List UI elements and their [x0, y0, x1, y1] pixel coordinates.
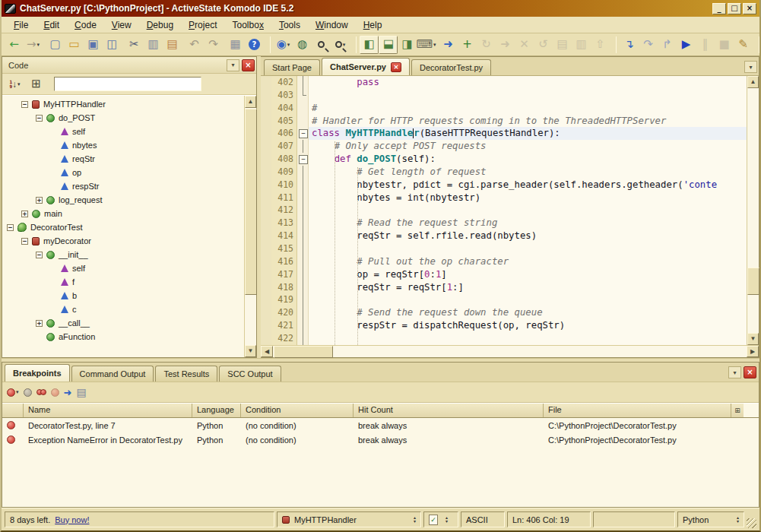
open-file-button[interactable]: ▭ [65, 36, 84, 54]
toggle-right-pane-button[interactable]: ◨ [398, 36, 417, 54]
column-header-hit-count[interactable]: Hit Count [354, 404, 544, 417]
expand-icon[interactable]: + [36, 320, 43, 327]
panel-close-button[interactable]: × [242, 59, 255, 71]
editor-line-406[interactable]: 406class MyHTTPHandler(BaseHTTPRequestHa… [261, 127, 747, 140]
editor-line-411[interactable]: 411 nbytes = int(nbytestr) [261, 192, 747, 204]
breakpoint-margin[interactable] [261, 293, 271, 306]
breakpoint-margin[interactable] [261, 281, 271, 294]
cut-button[interactable]: ✂ [125, 36, 144, 54]
breakpoint-margin[interactable] [261, 140, 271, 153]
print-button[interactable]: ▦ [226, 36, 245, 54]
fold-collapse-icon[interactable] [297, 127, 309, 140]
breakpoint-margin[interactable] [261, 217, 271, 230]
resize-grip[interactable] [747, 518, 756, 528]
tab-close-icon[interactable]: × [391, 62, 401, 72]
tab-command-output[interactable]: Command Output [71, 366, 154, 382]
fold-collapse-icon[interactable] [297, 153, 309, 166]
editor-line-418[interactable]: 418 reqStr = reqStr[1:] [261, 281, 747, 294]
save-all-button[interactable]: ◫ [103, 36, 122, 54]
column-header-language[interactable]: Language [192, 404, 241, 417]
spinner-icon[interactable]: ▴▾ [737, 516, 739, 524]
menu-edit[interactable]: Edit [36, 18, 67, 32]
scroll-up-icon[interactable]: ▲ [747, 76, 759, 88]
breakpoint-margin[interactable] [261, 204, 271, 217]
tree-item-respstr[interactable]: respStr [2, 179, 244, 193]
delete-all-breakpoints-button[interactable] [36, 389, 46, 395]
editor-line-416[interactable]: 416 # Pull out the op character [261, 255, 747, 268]
column-header-condition[interactable]: Condition [241, 404, 354, 417]
breakpoint-margin[interactable] [261, 127, 271, 140]
breakpoint-margin[interactable] [261, 192, 271, 204]
menu-project[interactable]: Project [181, 18, 224, 32]
sort-order-button[interactable]: 19↓ ▾ [5, 75, 24, 93]
go-to-source-button[interactable]: ➜ [64, 387, 72, 398]
step-out-button[interactable]: ↱ [658, 36, 677, 54]
scroll-left-icon[interactable]: ◀ [261, 346, 273, 357]
key-bindings-button[interactable]: ⌨▾ [417, 36, 436, 54]
encoding-indicator[interactable]: ASCII [461, 511, 505, 527]
buy-now-link[interactable]: Buy now! [55, 515, 89, 524]
web-browser-button[interactable]: ◉▾ [274, 36, 293, 54]
editor-line-409[interactable]: 409 # Get length of request [261, 166, 747, 179]
breakpoint-margin[interactable] [261, 89, 271, 102]
column-header-icon[interactable] [2, 404, 24, 417]
panel-menu-button[interactable]: ▾ [728, 366, 741, 378]
breakpoint-margin[interactable] [261, 179, 271, 192]
expand-icon[interactable]: + [21, 211, 28, 217]
spinner-icon[interactable]: ▴▾ [446, 516, 448, 524]
tree-item-b[interactable]: b [2, 289, 244, 302]
toggle-left-pane-button[interactable]: ◧ [360, 36, 379, 54]
collapse-icon[interactable]: − [36, 115, 43, 122]
breakpoint-margin[interactable] [261, 115, 271, 128]
editor-scroll-thumb[interactable] [747, 268, 759, 295]
language-selector[interactable]: Python ▴▾ [677, 511, 744, 527]
tab-scc-output[interactable]: SCC Output [219, 366, 281, 382]
breakpoint-margin[interactable] [261, 268, 271, 281]
tab-decoratortest-py[interactable]: DecoratorTest.py [411, 59, 491, 75]
column-picker-icon[interactable]: ⊞ [731, 404, 744, 417]
collapse-icon[interactable]: − [21, 101, 28, 108]
community-button[interactable]: ◍ [293, 36, 312, 54]
editor-hscroll-thumb[interactable] [274, 346, 333, 358]
expand-icon[interactable]: + [36, 197, 43, 204]
tree-item-myhttphandler[interactable]: −MyHTTPHandler [2, 97, 244, 111]
tree-item-c[interactable]: c [2, 302, 244, 316]
tree-item-reqstr[interactable]: reqStr [2, 152, 244, 166]
find-button[interactable] [312, 36, 331, 54]
tree-item-f[interactable]: f [2, 275, 244, 289]
editor-line-404[interactable]: 404# [261, 102, 747, 115]
debug-wand-button[interactable]: ✎ [734, 36, 753, 54]
tree-item-do_post[interactable]: −do_POST [2, 111, 244, 125]
breakpoint-row[interactable]: Exception NameError in DecoratorTest.pyP… [2, 432, 759, 447]
scroll-right-icon[interactable]: ▶ [747, 346, 759, 357]
editor-line-421[interactable]: 421 respStr = dispatchRequest(op, reqStr… [261, 319, 747, 332]
editor-line-405[interactable]: 405# Handler for HTTP requests coming in… [261, 115, 747, 128]
editor-line-410[interactable]: 410 nbytestr, pdict = cgi.parse_header(s… [261, 179, 747, 192]
breakpoint-margin[interactable] [261, 102, 271, 115]
editor-line-412[interactable]: 412 [261, 204, 747, 217]
menu-tools[interactable]: Tools [271, 18, 308, 32]
run-button[interactable]: ▶ [677, 36, 696, 54]
close-button[interactable]: × [743, 3, 756, 14]
syntax-check-selector[interactable]: ✓ ▴▾ [423, 511, 458, 527]
menu-toolbox[interactable]: Toolbox [224, 18, 271, 32]
editor-line-408[interactable]: 408 def do_POST(self): [261, 153, 747, 166]
scroll-up-icon[interactable]: ▲ [245, 96, 256, 108]
tree-item-mydecorator[interactable]: −myDecorator [2, 234, 244, 248]
tab-chatserver-py[interactable]: ChatServer.py× [322, 58, 410, 75]
editor-line-419[interactable]: 419 [261, 293, 747, 306]
menu-code[interactable]: Code [67, 18, 104, 32]
code-editor[interactable]: 402 pass403404#405# Handler for HTTP req… [261, 76, 747, 345]
editor-scrollbar[interactable]: ▲ ▼ [747, 76, 759, 345]
tree-item-__init__[interactable]: −__init__ [2, 248, 244, 261]
undo-button[interactable]: ↶ [185, 36, 204, 54]
spinner-icon[interactable]: ▴▾ [414, 516, 416, 524]
add-tool-button[interactable]: + [458, 36, 477, 54]
back-button[interactable]: ← [5, 36, 24, 54]
tree-item-decoratortest[interactable]: −DecoratorTest [2, 220, 244, 234]
editor-line-420[interactable]: 420 # Send the request down the queue [261, 306, 747, 319]
editor-line-415[interactable]: 415 [261, 242, 747, 255]
menu-help[interactable]: Help [356, 18, 390, 32]
breakpoint-margin[interactable] [261, 153, 271, 166]
column-header-name[interactable]: Name [24, 404, 192, 417]
